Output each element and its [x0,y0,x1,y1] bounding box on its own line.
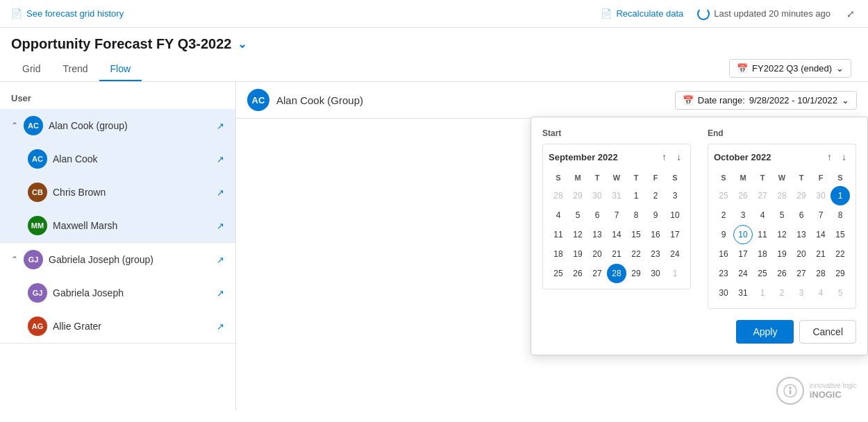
cal-day[interactable]: 27 [792,264,811,283]
cal-day[interactable]: 14 [607,225,626,244]
user-alan-cook-row[interactable]: AC Alan Cook ↗ [0,142,235,176]
cal-day[interactable]: 4 [549,205,568,225]
date-range-button[interactable]: 📅 Date range: 9/28/2022 - 10/1/2022 ⌄ [675,91,857,110]
cal-day[interactable]: 31 [607,186,626,205]
user-allie-grater-row[interactable]: AG Allie Grater ↗ [0,310,235,343]
cal-day[interactable]: 24 [665,244,685,264]
cal-day[interactable]: 25 [753,264,772,283]
cal-day[interactable]: 27 [753,186,772,205]
cal-day[interactable]: 15 [626,225,646,244]
cal-day[interactable]: 2 [646,186,665,205]
cal-day[interactable]: 11 [753,225,772,244]
cancel-button[interactable]: Cancel [799,320,856,344]
tab-trend[interactable]: Trend [51,58,99,81]
cal-day[interactable]: 29 [568,186,587,205]
cal-day[interactable]: 18 [549,244,568,264]
end-next-month-button[interactable]: ↓ [838,150,850,164]
cal-day[interactable]: 9 [646,205,665,225]
cal-day[interactable]: 13 [792,225,811,244]
cal-day[interactable]: 29 [792,186,811,205]
cal-day[interactable]: 20 [587,244,607,264]
recalculate-button[interactable]: 📄 Recalculate data [601,8,683,19]
group-alan-cook-row[interactable]: ⌃ AC Alan Cook (group) ↗ [0,109,235,142]
cal-day[interactable]: 24 [733,264,753,283]
cal-day[interactable]: 30 [811,186,831,205]
cal-day[interactable]: 27 [587,264,607,283]
external-link-icon-gabriela-group[interactable]: ↗ [217,255,224,265]
cal-day[interactable]: 3 [665,186,685,205]
cal-day[interactable]: 31 [733,283,753,303]
cal-day[interactable]: 8 [626,205,646,225]
cal-day[interactable]: 23 [646,244,665,264]
cal-day[interactable]: 25 [549,264,568,283]
cal-day[interactable]: 25 [714,186,733,205]
user-chris-brown-row[interactable]: CB Chris Brown ↗ [0,176,235,209]
cal-day[interactable]: 3 [733,205,753,225]
cal-day[interactable]: 29 [626,264,646,283]
cal-day[interactable]: 28 [811,264,831,283]
cal-day[interactable]: 8 [831,205,850,225]
cal-day[interactable]: 20 [792,244,811,264]
expand-icon[interactable]: ⤢ [844,8,857,20]
cal-day[interactable]: 16 [714,244,733,264]
cal-day[interactable]: 28 [549,186,568,205]
cal-day[interactable]: 4 [753,205,772,225]
cal-day[interactable]: 15 [831,225,850,244]
tab-grid[interactable]: Grid [11,58,51,81]
title-chevron-icon[interactable]: ⌄ [237,37,247,51]
cal-day[interactable]: 18 [753,244,772,264]
cal-day-today-oct10[interactable]: 10 [733,225,753,244]
cal-day[interactable]: 17 [665,225,685,244]
tab-flow[interactable]: Flow [99,58,142,81]
cal-day[interactable]: 2 [714,205,733,225]
cal-day[interactable]: 21 [811,244,831,264]
cal-day[interactable]: 30 [646,264,665,283]
cal-day[interactable]: 13 [587,225,607,244]
cal-day[interactable]: 6 [792,205,811,225]
cal-day[interactable]: 1 [626,186,646,205]
cal-day[interactable]: 4 [811,283,831,303]
cal-day[interactable]: 6 [587,205,607,225]
group-gabriela-joseph-row[interactable]: ⌃ GJ Gabriela Joseph (group) ↗ [0,243,235,276]
external-link-icon-chris-brown[interactable]: ↗ [217,187,224,198]
end-prev-month-button[interactable]: ↑ [824,150,835,164]
external-link-icon-alan-cook-group[interactable]: ↗ [217,121,224,131]
cal-day[interactable]: 12 [568,225,587,244]
forecast-history-link[interactable]: 📄 See forecast grid history [11,8,124,19]
cal-day-selected-28[interactable]: 28 [607,264,626,283]
external-link-icon-allie-grater[interactable]: ↗ [217,321,224,332]
period-selector[interactable]: 📅 FY2022 Q3 (ended) ⌄ [729,59,851,78]
cal-day[interactable]: 17 [733,244,753,264]
cal-day[interactable]: 26 [772,264,792,283]
user-maxwell-marsh-row[interactable]: MM Maxwell Marsh ↗ [0,209,235,242]
start-next-month-button[interactable]: ↓ [673,150,685,164]
cal-day[interactable]: 22 [626,244,646,264]
cal-day[interactable]: 2 [772,283,792,303]
cal-day[interactable]: 5 [568,205,587,225]
cal-day[interactable]: 11 [549,225,568,244]
cal-day[interactable]: 1 [753,283,772,303]
external-link-icon-maxwell-marsh[interactable]: ↗ [217,221,224,231]
cal-day[interactable]: 28 [772,186,792,205]
cal-day[interactable]: 9 [714,225,733,244]
cal-day[interactable]: 22 [831,244,850,264]
cal-day[interactable]: 7 [607,205,626,225]
cal-day[interactable]: 19 [568,244,587,264]
cal-day[interactable]: 5 [831,283,850,303]
user-gabriela-joseph-row[interactable]: GJ Gabriela Joseph ↗ [0,276,235,310]
cal-day[interactable]: 5 [772,205,792,225]
apply-button[interactable]: Apply [736,320,794,344]
cal-day[interactable]: 1 [665,264,685,283]
cal-day[interactable]: 14 [811,225,831,244]
cal-day-selected-oct1[interactable]: 1 [831,186,850,205]
external-link-icon-alan-cook[interactable]: ↗ [217,154,224,164]
cal-day[interactable]: 12 [772,225,792,244]
cal-day[interactable]: 23 [714,264,733,283]
cal-day[interactable]: 26 [733,186,753,205]
start-prev-month-button[interactable]: ↑ [658,150,670,164]
cal-day[interactable]: 30 [587,186,607,205]
cal-day[interactable]: 7 [811,205,831,225]
cal-day[interactable]: 3 [792,283,811,303]
cal-day[interactable]: 16 [646,225,665,244]
cal-day[interactable]: 30 [714,283,733,303]
